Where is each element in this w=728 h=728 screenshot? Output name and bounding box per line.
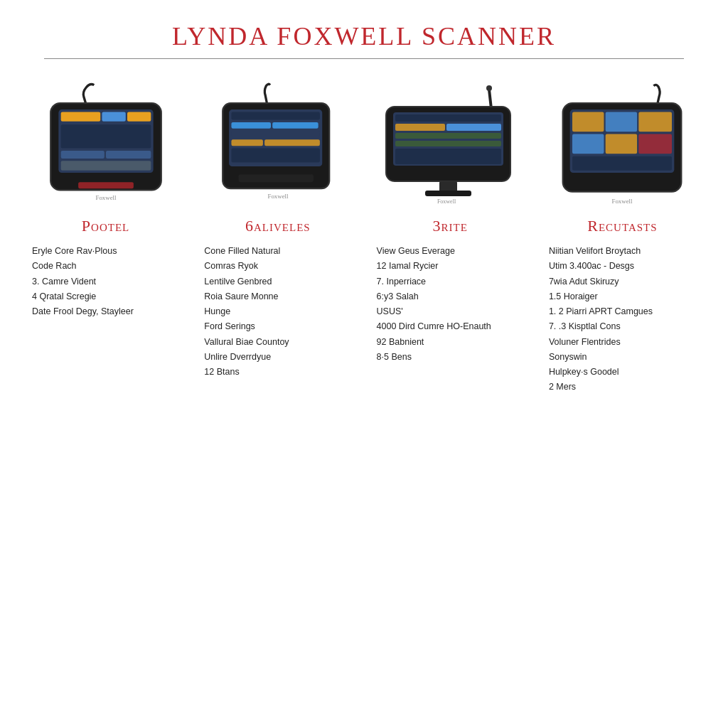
svg-rect-8 <box>60 161 151 170</box>
detail-6aliveles-0: Cone Filled Natural <box>204 244 351 259</box>
product-col-3rite: Foxwell 3rite View Geus Everage 12 Iamal… <box>373 80 528 365</box>
svg-rect-41 <box>639 134 673 154</box>
svg-text:Foxwell: Foxwell <box>437 198 456 205</box>
svg-text:Foxwell: Foxwell <box>95 194 117 201</box>
page: Lynda Foxwell Scanner <box>0 0 728 728</box>
detail-recutasts-0: Niitian Velifort Broytach <box>549 244 696 259</box>
detail-recutasts-1: Utim 3.400ac - Desgs <box>549 259 696 274</box>
svg-rect-4 <box>127 112 151 121</box>
svg-rect-16 <box>231 131 319 137</box>
detail-recutasts-7: Sonyswin <box>549 350 696 365</box>
svg-rect-7 <box>106 151 151 159</box>
products-row: Foxwell Pootel Eryle Core Rav·Plous Code… <box>28 80 700 395</box>
detail-3rite-2: 7. Inperriace <box>377 274 524 289</box>
svg-rect-29 <box>395 141 501 146</box>
svg-rect-18 <box>264 139 320 146</box>
svg-rect-26 <box>395 124 445 131</box>
svg-rect-32 <box>425 191 471 196</box>
detail-pootel-3: 4 Qratal Scregie <box>32 289 179 304</box>
svg-rect-2 <box>60 112 100 121</box>
detail-3rite-3: 6:y3 Salah <box>377 289 524 304</box>
detail-3rite-0: View Geus Everage <box>377 244 524 259</box>
device-image-pootel: Foxwell <box>35 80 177 208</box>
svg-rect-15 <box>272 122 318 129</box>
product-name-pootel: Pootel <box>82 217 129 235</box>
detail-recutasts-4: 1. 2 Piarri APRT Camgues <box>549 304 696 319</box>
title-divider <box>44 58 684 59</box>
detail-recutasts-2: 7wia Adut Skiruzy <box>549 274 696 289</box>
svg-rect-27 <box>446 124 501 131</box>
device-image-3rite: Foxwell <box>379 80 521 208</box>
svg-rect-37 <box>606 112 637 132</box>
product-name-3rite: 3rite <box>432 217 467 235</box>
detail-6aliveles-5: Ford Serings <box>204 319 351 334</box>
detail-6aliveles-8: 12 Btans <box>204 365 351 380</box>
detail-recutasts-9: 2 Mers <box>549 380 696 395</box>
svg-rect-28 <box>395 133 501 139</box>
svg-rect-5 <box>60 124 151 148</box>
svg-rect-38 <box>639 112 673 132</box>
device-svg-pootel: Foxwell <box>35 80 177 208</box>
svg-rect-36 <box>572 112 604 132</box>
svg-rect-31 <box>439 181 457 192</box>
detail-6aliveles-1: Comras Ryok <box>204 259 351 274</box>
product-col-pootel: Foxwell Pootel Eryle Core Rav·Plous Code… <box>28 80 183 319</box>
detail-3rite-6: 92 Babnient <box>377 335 524 350</box>
product-col-6aliveles: Foxwell 6aliveles Cone Filled Natural Co… <box>200 80 355 380</box>
detail-6aliveles-6: Vallural Biae Countoy <box>204 335 351 350</box>
svg-text:Foxwell: Foxwell <box>267 193 289 200</box>
product-name-recutasts: Recutasts <box>587 217 657 235</box>
device-image-recutasts: Foxwell <box>551 80 693 208</box>
svg-text:Foxwell: Foxwell <box>612 198 633 205</box>
product-name-6aliveles: 6aliveles <box>245 217 311 235</box>
detail-pootel-1: Code Rach <box>32 259 179 274</box>
svg-rect-9 <box>78 182 134 188</box>
device-svg-3rite: Foxwell <box>379 80 521 208</box>
svg-rect-3 <box>102 112 125 121</box>
detail-recutasts-8: Hulpkey·s Goodel <box>549 365 696 380</box>
svg-rect-17 <box>231 139 262 146</box>
page-title: Lynda Foxwell Scanner <box>172 21 556 51</box>
detail-pootel-0: Eryle Core Rav·Plous <box>32 244 179 259</box>
detail-recutasts-5: 7. .3 Kisptlal Cons <box>549 319 696 334</box>
detail-3rite-5: 4000 Dird Cumre HO-Enauth <box>377 319 524 334</box>
svg-rect-14 <box>231 122 271 129</box>
detail-3rite-4: USUS' <box>377 304 524 319</box>
detail-3rite-1: 12 Iamal Rycier <box>377 259 524 274</box>
detail-pootel-4: Date Frool Degy, Stayleer <box>32 304 179 319</box>
svg-point-22 <box>486 85 492 91</box>
product-details-pootel: Eryle Core Rav·Plous Code Rach 3. Camre … <box>28 244 183 319</box>
device-svg-6aliveles: Foxwell <box>207 80 349 208</box>
detail-recutasts-6: Voluner Flentrides <box>549 335 696 350</box>
svg-rect-6 <box>60 151 104 159</box>
svg-rect-19 <box>231 149 319 163</box>
detail-6aliveles-3: Roia Saure Monne <box>204 289 351 304</box>
detail-recutasts-3: 1.5 Horaiger <box>549 289 696 304</box>
product-col-recutasts: Foxwell Recutasts Niitian Velifort Broyt… <box>545 80 700 395</box>
detail-6aliveles-7: Unlire Dverrdyue <box>204 350 351 365</box>
svg-rect-20 <box>238 174 314 182</box>
svg-rect-25 <box>395 114 501 122</box>
product-details-6aliveles: Cone Filled Natural Comras Ryok Lentilve… <box>200 244 355 380</box>
product-details-3rite: View Geus Everage 12 Iamal Rycier 7. Inp… <box>373 244 528 365</box>
svg-rect-39 <box>572 134 604 154</box>
detail-6aliveles-2: Lentilve Genbred <box>204 274 351 289</box>
svg-rect-42 <box>572 156 672 171</box>
detail-6aliveles-4: Hunge <box>204 304 351 319</box>
svg-rect-13 <box>231 112 319 119</box>
detail-3rite-7: 8·5 Bens <box>377 350 524 365</box>
svg-rect-30 <box>395 149 501 164</box>
device-svg-recutasts: Foxwell <box>551 80 693 208</box>
detail-pootel-2: 3. Camre Vident <box>32 274 179 289</box>
device-image-6aliveles: Foxwell <box>207 80 349 208</box>
svg-rect-40 <box>606 134 637 154</box>
product-details-recutasts: Niitian Velifort Broytach Utim 3.400ac -… <box>545 244 700 395</box>
